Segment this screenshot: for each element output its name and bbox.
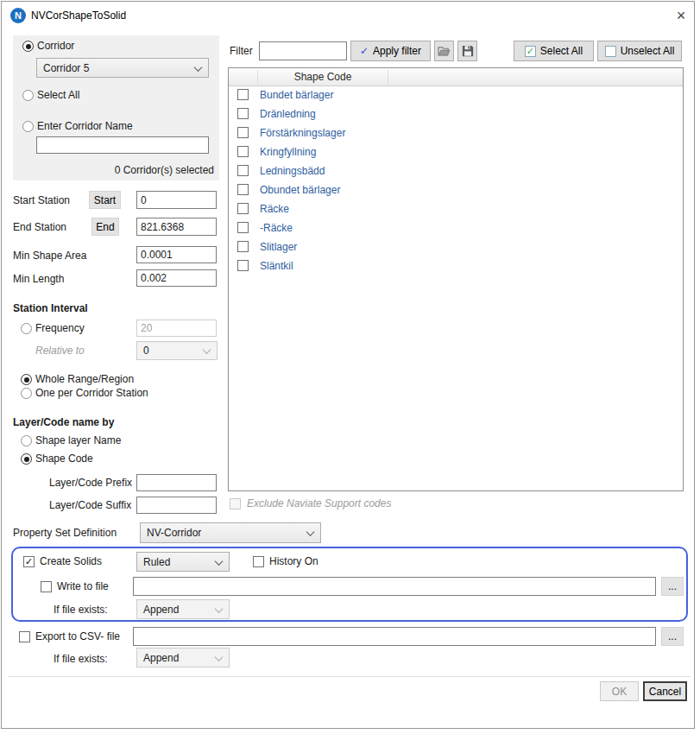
shape-code-radio[interactable]: [21, 453, 32, 465]
shape-code-column-header[interactable]: Shape Code: [258, 71, 388, 83]
relative-to-value: 0: [143, 345, 149, 357]
chevron-down-icon: [215, 557, 224, 566]
chevron-down-icon: [215, 604, 224, 613]
row-checkbox[interactable]: [237, 89, 249, 100]
row-checkbox[interactable]: [237, 222, 249, 233]
row-checkbox[interactable]: [237, 127, 249, 138]
chevron-down-icon: [215, 653, 224, 661]
shape-code-radio-label[interactable]: Shape Code: [35, 452, 93, 465]
screen: N NVCorShapeToSolid × Corridor Corridor …: [0, 0, 700, 734]
relative-to-dropdown: 0: [136, 341, 218, 360]
csv-path-input[interactable]: [133, 627, 656, 646]
write-to-file-label[interactable]: Write to file: [57, 580, 109, 593]
create-solids-checkbox[interactable]: ✓: [23, 556, 35, 567]
start-pick-button[interactable]: Start: [89, 191, 121, 209]
row-checkbox[interactable]: [237, 260, 249, 271]
start-station-label: Start Station: [13, 194, 70, 207]
row-checkbox[interactable]: [237, 165, 249, 176]
write-if-exists-value: Append: [143, 604, 179, 616]
relative-to-label: Relative to: [35, 345, 85, 358]
list-item[interactable]: Räcke: [229, 200, 683, 219]
save-filter-button[interactable]: [457, 41, 477, 61]
min-shape-area-input[interactable]: [136, 246, 217, 263]
row-checkbox[interactable]: [237, 108, 249, 119]
select-all-button[interactable]: ✓ Select All: [514, 41, 594, 61]
browse-write-file-button[interactable]: ...: [661, 577, 684, 596]
history-on-checkbox[interactable]: [253, 556, 264, 567]
frequency-radio[interactable]: [21, 323, 32, 334]
write-file-path-input[interactable]: [133, 577, 656, 596]
min-length-input[interactable]: [136, 269, 217, 287]
shape-layer-name-radio[interactable]: [21, 435, 32, 446]
min-length-label: Min Length: [13, 273, 64, 286]
exclude-support-codes-label: Exclude Naviate Support codes: [247, 497, 391, 510]
frequency-input: [136, 320, 217, 337]
layer-code-prefix-label: Layer/Code Prefix: [49, 477, 132, 490]
row-checkbox[interactable]: [237, 203, 249, 214]
browse-csv-file-button[interactable]: ...: [661, 627, 684, 646]
shape-layer-name-radio-label[interactable]: Shape layer Name: [35, 434, 121, 447]
create-solids-label[interactable]: Create Solids: [40, 555, 102, 568]
unselect-all-label: Unselect All: [621, 45, 675, 57]
footer-divider: [8, 676, 691, 677]
enter-corridor-name-radio[interactable]: [22, 121, 34, 132]
list-item[interactable]: Slitlager: [229, 238, 683, 257]
open-folder-icon: [438, 46, 451, 57]
unchecked-box-icon: [605, 46, 616, 57]
enter-corridor-name-label[interactable]: Enter Corridor Name: [37, 120, 133, 133]
window-title: NVCorShapeToSolid: [31, 9, 126, 22]
row-checkbox[interactable]: [237, 146, 249, 157]
write-if-exists-label: If file exists:: [54, 604, 108, 617]
property-set-label: Property Set Definition: [13, 527, 117, 540]
corridor-radio-label[interactable]: Corridor: [37, 40, 74, 53]
list-item[interactable]: Kringfyllning: [229, 143, 683, 162]
list-item[interactable]: Förstärkningslager: [229, 124, 683, 143]
column-separator: [388, 70, 388, 84]
list-header: Shape Code: [229, 68, 683, 86]
cancel-button[interactable]: Cancel: [643, 681, 687, 701]
property-set-dropdown[interactable]: NV-Corridor: [140, 522, 321, 543]
list-item[interactable]: Obundet bärlager: [229, 181, 683, 200]
list-item[interactable]: -Räcke: [229, 219, 683, 238]
list-item[interactable]: Dränledning: [229, 105, 683, 124]
apply-filter-button[interactable]: ✓ Apply filter: [350, 41, 431, 61]
layer-code-prefix-input[interactable]: [136, 474, 217, 491]
end-station-input[interactable]: [136, 218, 217, 236]
whole-range-radio-label[interactable]: Whole Range/Region: [35, 373, 134, 386]
start-station-input[interactable]: [136, 191, 217, 209]
list-item[interactable]: Ledningsbädd: [229, 162, 683, 181]
end-pick-button[interactable]: End: [91, 218, 119, 236]
layer-code-suffix-label: Layer/Code Suffix: [49, 499, 131, 512]
app-logo-icon: N: [10, 8, 26, 23]
list-item[interactable]: Bundet bärlager: [229, 86, 683, 105]
list-item[interactable]: Släntkil: [229, 257, 683, 276]
min-shape-area-label: Min Shape Area: [13, 250, 86, 263]
export-csv-checkbox[interactable]: [19, 631, 30, 642]
save-icon: [462, 45, 474, 57]
corridor-radio[interactable]: [22, 41, 34, 52]
csv-if-exists-label: If file exists:: [54, 653, 108, 666]
ok-button: OK: [600, 681, 639, 701]
select-all-radio[interactable]: [22, 90, 34, 101]
frequency-radio-label[interactable]: Frequency: [35, 322, 85, 335]
filter-input[interactable]: [259, 41, 347, 60]
history-on-label[interactable]: History On: [269, 555, 318, 568]
one-per-station-radio-label[interactable]: One per Corridor Station: [35, 387, 148, 400]
shape-code-list[interactable]: Shape Code Bundet bärlager Dränledning F…: [228, 67, 684, 491]
one-per-station-radio[interactable]: [21, 388, 32, 399]
load-filter-button[interactable]: [434, 41, 454, 61]
export-csv-label[interactable]: Export to CSV- file: [35, 630, 120, 643]
layer-code-suffix-input[interactable]: [136, 497, 217, 514]
corridor-name-input[interactable]: [36, 136, 209, 154]
solid-method-dropdown[interactable]: Ruled: [136, 552, 230, 572]
whole-range-radio[interactable]: [21, 374, 32, 385]
write-to-file-checkbox[interactable]: [41, 581, 52, 592]
corridor-dropdown[interactable]: Corridor 5: [36, 58, 209, 78]
unselect-all-button[interactable]: Unselect All: [597, 41, 682, 61]
layer-code-header: Layer/Code name by: [13, 416, 114, 429]
select-all-radio-label[interactable]: Select All: [37, 89, 79, 102]
row-checkbox[interactable]: [237, 184, 249, 195]
chevron-down-icon: [203, 345, 211, 354]
close-icon[interactable]: ×: [668, 4, 694, 27]
row-checkbox[interactable]: [237, 241, 249, 252]
